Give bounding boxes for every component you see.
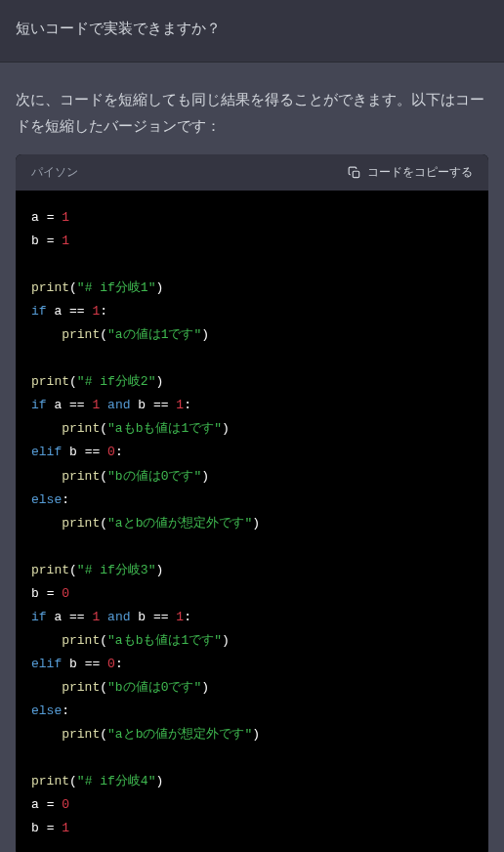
code-line: print("# if分岐1") [31,280,163,295]
code-line: b = 0 [31,586,69,601]
code-line: b = 1 [31,234,69,248]
code-line: print("aの値は1です") [31,327,209,342]
code-line: if a == 1: [31,304,107,319]
code-line: print("bの値は0です") [31,680,209,695]
code-line: print("aもbも値は1です") [31,633,230,648]
code-line: elif b == 0: [31,657,123,671]
code-block: パイソン コードをコピーする a = 1 b = 1 print("# if分岐… [16,154,488,852]
code-line: if a == 1 and b == 1: [31,398,191,412]
clipboard-icon [348,166,361,180]
code-line: b = 1 [31,821,69,835]
code-line: print("aとbの値が想定外です") [31,516,260,531]
code-line: if a == 1 and b == 1: [31,610,191,624]
code-line: print("aとbの値が想定外です") [31,727,260,742]
code-header: パイソン コードをコピーする [16,154,488,191]
code-line: else: [31,492,69,507]
code-line: print("aもbも値は1です") [31,421,230,436]
code-language-label: パイソン [31,164,78,181]
copy-code-button[interactable]: コードをコピーする [348,164,473,181]
assistant-text: 次に、コードを短縮しても同じ結果を得ることができます。以下はコードを短縮したバー… [16,86,488,139]
code-line: else: [31,703,69,718]
code-line: print("# if分岐2") [31,374,163,389]
user-message: 短いコードで実装できますか？ [0,0,504,63]
code-line: elif b == 0: [31,445,123,459]
code-line: a = 0 [31,797,69,812]
svg-rect-0 [353,171,358,177]
copy-code-label: コードをコピーする [367,164,473,181]
code-line: print("bの値は0です") [31,469,209,484]
code-line: print("# if分岐4") [31,774,163,788]
code-content[interactable]: a = 1 b = 1 print("# if分岐1") if a == 1: … [16,191,488,852]
code-line: a = 1 [31,210,69,225]
assistant-message: 次に、コードを短縮しても同じ結果を得ることができます。以下はコードを短縮したバー… [0,63,504,852]
user-message-text: 短いコードで実装できますか？ [16,20,221,36]
code-line: print("# if分岐3") [31,563,163,577]
